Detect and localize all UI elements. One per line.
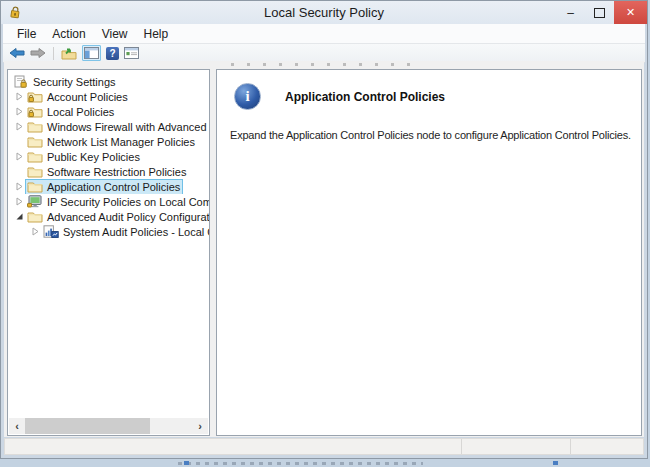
tree-item-content[interactable]: Network List Manager Policies: [26, 135, 197, 149]
tree-item-content[interactable]: Public Key Policies: [26, 150, 142, 164]
tree-item-security-settings[interactable]: Security Settings: [8, 74, 209, 89]
computer-icon: [27, 195, 43, 208]
tree-item-content[interactable]: Local Policies: [26, 105, 116, 119]
detail-header-row: i Application Control Policies: [217, 70, 641, 110]
up-one-level-folder-icon[interactable]: [61, 47, 77, 60]
menu-bar: File Action View Help: [3, 24, 645, 44]
tree-item-content[interactable]: Software Restriction Policies: [26, 165, 188, 179]
tree-item-label: Application Control Policies: [47, 181, 180, 193]
tree-item-label: Security Settings: [33, 76, 116, 88]
tree-item-content[interactable]: System Audit Policies - Local Grou: [42, 225, 209, 239]
tree-item-network-list-manager-policies[interactable]: Network List Manager Policies: [8, 134, 209, 149]
tree-item-label: Account Policies: [47, 91, 128, 103]
tree-item-label: System Audit Policies - Local Grou: [63, 226, 209, 238]
minimize-button[interactable]: –: [556, 1, 585, 24]
background-artifact: [178, 462, 423, 465]
maximize-icon: [594, 8, 605, 18]
tree-item-content[interactable]: Application Control Policies: [26, 180, 182, 194]
status-bar: [4, 438, 644, 455]
tree-item-content[interactable]: Security Settings: [12, 75, 118, 89]
background-artifact: [184, 461, 189, 465]
menu-action[interactable]: Action: [44, 27, 93, 41]
menu-view[interactable]: View: [94, 27, 136, 41]
security-policy-app-icon: [8, 5, 23, 20]
folder-lock-icon: [27, 90, 43, 103]
tree-item-public-key-policies[interactable]: Public Key Policies: [8, 149, 209, 164]
tree-item-content[interactable]: Windows Firewall with Advanced Secu: [26, 120, 209, 134]
detail-heading: Application Control Policies: [285, 90, 445, 104]
question-mark-glyph: ?: [106, 47, 119, 60]
tree-item-ip-security-policies-on-local-compute[interactable]: IP Security Policies on Local Compute: [8, 194, 209, 209]
expand-arrow-icon[interactable]: [12, 182, 26, 191]
tree-item-account-policies[interactable]: Account Policies: [8, 89, 209, 104]
menu-file[interactable]: File: [9, 27, 44, 41]
tree-item-label: IP Security Policies on Local Compute: [47, 196, 209, 208]
tree-item-software-restriction-policies[interactable]: Software Restriction Policies: [8, 164, 209, 179]
tree-item-label: Windows Firewall with Advanced Secu: [47, 121, 209, 133]
maximize-button[interactable]: [585, 1, 614, 24]
tree-item-content[interactable]: IP Security Policies on Local Compute: [26, 195, 209, 209]
show-action-pane-icon[interactable]: [124, 47, 139, 59]
tree-item-label: Public Key Policies: [47, 151, 140, 163]
console-tree-pane: Security SettingsAccount PoliciesLocal P…: [7, 69, 210, 436]
menu-help[interactable]: Help: [136, 27, 177, 41]
folder-icon: [27, 180, 43, 193]
desktop-background: { "window": { "title": "Local Security P…: [0, 0, 650, 467]
tree-item-label: Network List Manager Policies: [47, 136, 195, 148]
tree-item-application-control-policies[interactable]: Application Control Policies: [8, 179, 209, 194]
tree-item-advanced-audit-policy-configuration[interactable]: Advanced Audit Policy Configuration: [8, 209, 209, 224]
folder-icon: [27, 135, 43, 148]
folder-icon: [27, 150, 43, 163]
tree-item-content[interactable]: Account Policies: [26, 90, 130, 104]
tree-item-label: Software Restriction Policies: [47, 166, 186, 178]
security-settings-icon: [13, 75, 29, 89]
title-bar[interactable]: Local Security Policy – ✕: [1, 1, 647, 24]
local-security-policy-window: Local Security Policy – ✕ File Action Vi…: [0, 0, 648, 459]
close-button[interactable]: ✕: [614, 1, 647, 24]
scrollbar-thumb[interactable]: [25, 418, 150, 434]
scroll-left-arrow-icon[interactable]: ‹: [9, 418, 25, 434]
window-controls: – ✕: [556, 1, 647, 24]
window-title: Local Security Policy: [1, 5, 647, 20]
scroll-right-arrow-icon[interactable]: ›: [192, 418, 208, 434]
show-console-tree-toggle-icon[interactable]: [82, 45, 101, 61]
expand-arrow-icon[interactable]: [12, 122, 26, 131]
collapse-arrow-icon[interactable]: [12, 212, 26, 221]
tree-item-label: Local Policies: [47, 106, 114, 118]
console-content: Security SettingsAccount PoliciesLocal P…: [4, 61, 644, 437]
tree-item-content[interactable]: Advanced Audit Policy Configuration: [26, 210, 209, 224]
clipped-column-header-fragments: [231, 63, 421, 66]
tree-item-windows-firewall-with-advanced-secu[interactable]: Windows Firewall with Advanced Secu: [8, 119, 209, 134]
expand-arrow-icon[interactable]: [12, 92, 26, 101]
info-icon: i: [234, 83, 261, 110]
folder-icon: [27, 120, 43, 133]
tree-item-local-policies[interactable]: Local Policies: [8, 104, 209, 119]
detail-pane: i Application Control Policies Expand th…: [216, 69, 642, 436]
expand-arrow-icon[interactable]: [12, 107, 26, 116]
status-section-tertiary: [570, 439, 643, 454]
tree-item-label: Advanced Audit Policy Configuration: [47, 211, 209, 223]
help-icon[interactable]: ?: [106, 47, 119, 60]
tree-item-system-audit-policies-local-grou[interactable]: System Audit Policies - Local Grou: [8, 224, 209, 239]
folder-icon: [27, 210, 43, 223]
security-settings-tree: Security SettingsAccount PoliciesLocal P…: [8, 70, 209, 239]
audit-chart-icon: [43, 225, 59, 238]
status-section-main: [5, 439, 461, 454]
folder-lock-icon: [27, 105, 43, 118]
toolbar-separator: [53, 47, 54, 60]
expand-arrow-icon[interactable]: [28, 227, 42, 236]
background-artifact: [553, 461, 558, 465]
expand-arrow-icon[interactable]: [12, 197, 26, 206]
tree-horizontal-scrollbar[interactable]: ‹ ›: [9, 418, 208, 434]
forward-arrow-icon[interactable]: [30, 47, 46, 59]
folder-icon: [27, 165, 43, 178]
back-arrow-icon[interactable]: [9, 47, 25, 59]
detail-description: Expand the Application Control Policies …: [230, 129, 631, 141]
status-section-secondary: [461, 439, 570, 454]
expand-arrow-icon[interactable]: [12, 152, 26, 161]
